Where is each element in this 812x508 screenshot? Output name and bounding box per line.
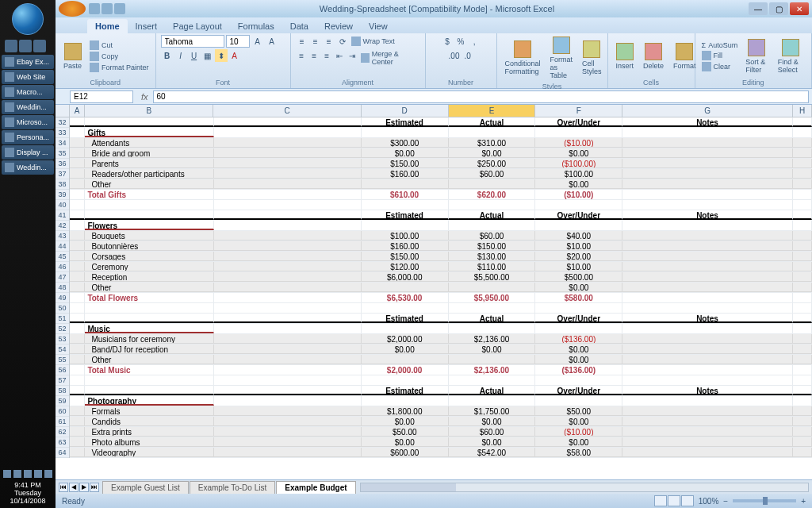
cell[interactable]: $580.00 bbox=[535, 293, 622, 302]
italic-button[interactable]: I bbox=[174, 49, 187, 62]
cell[interactable] bbox=[70, 190, 85, 199]
cell[interactable]: Actual bbox=[449, 117, 536, 127]
next-sheet-button[interactable]: ▶ bbox=[79, 483, 89, 492]
merge-center-button[interactable]: Merge & Center bbox=[359, 49, 420, 67]
cell[interactable] bbox=[70, 324, 85, 333]
font-color-button[interactable]: A bbox=[228, 49, 241, 62]
cell[interactable] bbox=[622, 179, 793, 189]
cell[interactable]: Ceremony bbox=[85, 262, 213, 271]
cell[interactable] bbox=[362, 179, 449, 189]
row-header[interactable]: 35 bbox=[56, 148, 69, 159]
cell[interactable] bbox=[214, 334, 362, 344]
cell[interactable] bbox=[793, 283, 812, 292]
cell[interactable]: Over/Under bbox=[535, 314, 622, 323]
wrap-text-button[interactable]: Wrap Text bbox=[350, 35, 396, 48]
cell[interactable] bbox=[793, 117, 812, 127]
cell[interactable]: Estimated bbox=[362, 386, 449, 395]
cell[interactable]: $0.00 bbox=[362, 417, 449, 426]
cell[interactable] bbox=[793, 169, 812, 179]
cell[interactable]: $10.00 bbox=[535, 241, 622, 251]
cell[interactable] bbox=[622, 190, 793, 199]
formula-bar[interactable] bbox=[153, 90, 809, 103]
copy-button[interactable]: Copy bbox=[88, 51, 151, 62]
cell[interactable]: $250.00 bbox=[449, 159, 536, 168]
cell[interactable] bbox=[70, 252, 85, 261]
cell[interactable] bbox=[70, 303, 85, 313]
cell[interactable]: $1,800.00 bbox=[362, 406, 449, 416]
cell[interactable]: Notes bbox=[622, 314, 793, 323]
cell[interactable] bbox=[362, 324, 449, 333]
cell[interactable] bbox=[214, 262, 362, 271]
ribbon-tab-home[interactable]: Home bbox=[87, 19, 128, 33]
bold-button[interactable]: B bbox=[161, 49, 174, 62]
row-header[interactable]: 63 bbox=[56, 437, 69, 448]
cell[interactable] bbox=[70, 221, 85, 230]
office-button[interactable] bbox=[59, 1, 86, 17]
name-box[interactable] bbox=[70, 90, 133, 103]
row-header[interactable]: 54 bbox=[56, 344, 69, 355]
cell[interactable] bbox=[622, 396, 793, 406]
column-header-G[interactable]: G bbox=[622, 105, 793, 117]
cell[interactable]: $300.00 bbox=[362, 138, 449, 148]
cell[interactable] bbox=[449, 324, 536, 333]
cell[interactable] bbox=[214, 437, 362, 447]
cell[interactable] bbox=[214, 200, 362, 210]
cell[interactable]: Musicians for ceremony bbox=[85, 334, 213, 344]
cell[interactable]: Over/Under bbox=[535, 117, 622, 127]
cell[interactable] bbox=[70, 272, 85, 282]
row-header[interactable]: 49 bbox=[56, 293, 69, 303]
taskbar-item[interactable]: Ebay Ex... bbox=[2, 55, 54, 69]
cell[interactable]: $600.00 bbox=[362, 448, 449, 457]
cell[interactable] bbox=[214, 406, 362, 416]
column-header-E[interactable]: E bbox=[449, 105, 536, 117]
cell[interactable] bbox=[70, 355, 85, 364]
cell[interactable]: Estimated bbox=[362, 314, 449, 323]
cell[interactable] bbox=[793, 314, 812, 323]
cell[interactable] bbox=[70, 159, 85, 168]
cell[interactable] bbox=[793, 324, 812, 333]
cell[interactable]: $0.00 bbox=[535, 355, 622, 364]
cell[interactable]: $5,500.00 bbox=[449, 272, 536, 282]
cell[interactable] bbox=[793, 355, 812, 364]
taskbar-item[interactable]: Persona... bbox=[2, 130, 54, 144]
cell[interactable]: Parents bbox=[85, 159, 213, 168]
cell[interactable]: $40.00 bbox=[535, 231, 622, 241]
cell[interactable] bbox=[449, 221, 536, 230]
cell[interactable]: Reception bbox=[85, 272, 213, 282]
border-button[interactable]: ▦ bbox=[201, 49, 214, 62]
conditional-formatting-button[interactable]: Conditional Formatting bbox=[502, 39, 544, 77]
cell[interactable] bbox=[622, 262, 793, 271]
cell[interactable]: $0.00 bbox=[535, 148, 622, 158]
cell[interactable] bbox=[214, 117, 362, 127]
cell[interactable]: Total Music bbox=[85, 365, 213, 375]
row-header[interactable]: 64 bbox=[56, 448, 69, 458]
row-header[interactable]: 33 bbox=[56, 128, 69, 138]
cell[interactable]: Music bbox=[85, 324, 213, 333]
app-icon[interactable] bbox=[33, 40, 46, 52]
cell[interactable] bbox=[214, 128, 362, 137]
cell[interactable] bbox=[70, 200, 85, 210]
cell[interactable]: $0.00 bbox=[535, 179, 622, 189]
taskbar-item[interactable]: Weddin... bbox=[2, 160, 54, 175]
cell[interactable] bbox=[362, 283, 449, 292]
cell[interactable] bbox=[214, 396, 362, 406]
cell[interactable] bbox=[214, 375, 362, 385]
cell[interactable] bbox=[622, 406, 793, 416]
fill-button[interactable]: Fill bbox=[700, 50, 740, 61]
cell[interactable] bbox=[70, 396, 85, 406]
cell[interactable]: Attendants bbox=[85, 138, 213, 148]
cell[interactable]: $0.00 bbox=[449, 148, 536, 158]
cell[interactable] bbox=[793, 303, 812, 313]
cell[interactable]: $0.00 bbox=[535, 283, 622, 292]
cell[interactable] bbox=[214, 272, 362, 282]
cell[interactable]: Total Gifts bbox=[85, 190, 213, 199]
save-icon[interactable] bbox=[89, 3, 100, 14]
cell[interactable]: Bride and groom bbox=[85, 148, 213, 158]
cell[interactable]: Corsages bbox=[85, 252, 213, 261]
cell[interactable]: $150.00 bbox=[449, 241, 536, 251]
cell[interactable] bbox=[214, 365, 362, 375]
clear-button[interactable]: Clear bbox=[700, 61, 740, 72]
row-header[interactable]: 34 bbox=[56, 138, 69, 148]
cell[interactable] bbox=[793, 241, 812, 251]
cell[interactable] bbox=[214, 138, 362, 148]
